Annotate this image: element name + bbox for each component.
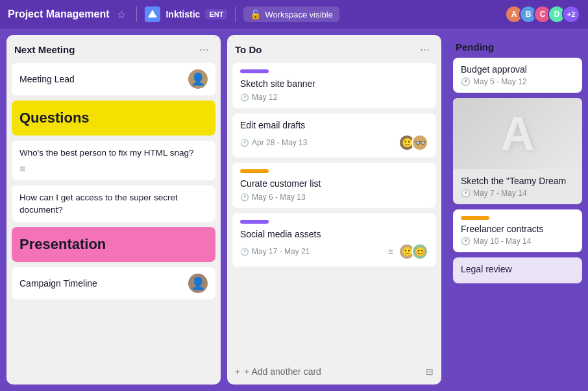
freelancer-contracts-title: Freelancer contracts <box>461 224 574 234</box>
budget-approval-title: Budget approval <box>461 64 574 75</box>
edit-email-footer: 🕐 Apr 28 - May 13 🙂 👓 <box>240 134 428 151</box>
workspace-logo <box>145 6 160 22</box>
template-icon: ⊟ <box>426 366 434 377</box>
social-media-date: 🕐 May 17 - May 21 <box>240 247 310 256</box>
topbar: Project Management ☆ Inktistic ENT 🔓 Wor… <box>0 0 588 29</box>
card-budget-approval[interactable]: Budget approval 🕐 May 5 - May 12 <box>453 58 582 93</box>
clock-icon-1: 🕐 <box>240 93 249 102</box>
add-card-label: + Add another card <box>244 366 321 377</box>
campaign-avatar: 👤 <box>188 274 208 293</box>
card-question-1[interactable]: Who's the best person to fix my HTML sna… <box>12 141 215 180</box>
card-meeting-lead[interactable]: Meeting Lead 👤 <box>12 63 215 95</box>
campaign-timeline-text: Campaign Timeline <box>19 278 97 289</box>
column-todo-header: To Do ··· <box>227 35 441 63</box>
card-question-2[interactable]: How can I get access to the super secret… <box>12 185 215 222</box>
column-todo: To Do ··· Sketch site banner 🕐 May 12 Ed… <box>227 35 441 385</box>
teamy-dream-title: Sketch the "Teamy Dream <box>461 176 574 186</box>
board: Next Meeting ··· Meeting Lead 👤 Question… <box>0 29 588 391</box>
workspace-badge: ENT <box>205 9 227 19</box>
tag-purple-2 <box>240 220 269 224</box>
app-title: Project Management <box>8 8 109 20</box>
curate-customer-date: 🕐 May 6 - May 13 <box>240 193 428 202</box>
freelancer-contracts-date: 🕐 May 10 - May 14 <box>461 237 574 246</box>
clock-icon-budget: 🕐 <box>461 77 471 86</box>
clock-icon-teamy: 🕐 <box>461 189 471 198</box>
column-todo-title: To Do <box>235 44 262 55</box>
teamy-dream-content: Sketch the "Teamy Dream 🕐 May 7 - May 14 <box>453 169 582 204</box>
divider2 <box>235 6 236 22</box>
card-presentation[interactable]: Presentation <box>12 227 215 262</box>
workspace-visible-label: Workspace visible <box>265 10 333 19</box>
card-questions[interactable]: Questions <box>12 101 215 136</box>
lines-icon-1: ≡ <box>19 163 208 175</box>
sketch-banner-date: 🕐 May 12 <box>240 93 428 102</box>
add-card-button[interactable]: + + Add another card ⊟ <box>232 361 436 382</box>
column-next-meeting-header: Next Meeting ··· <box>6 35 221 63</box>
avatar-social-2: 😊 <box>411 243 428 260</box>
teamy-dream-image: A <box>453 98 582 169</box>
column-next-meeting-body: Meeting Lead 👤 Questions Who's the best … <box>6 63 221 385</box>
clock-icon-4: 🕐 <box>240 248 249 256</box>
column-todo-body: Sketch site banner 🕐 May 12 Edit email d… <box>227 63 441 361</box>
budget-approval-date: 🕐 May 5 - May 12 <box>461 77 574 86</box>
column-pending-body: Budget approval 🕐 May 5 - May 12 A Sketc… <box>448 58 587 385</box>
divider <box>136 6 137 22</box>
legal-review-title: Legal review <box>461 264 574 274</box>
social-media-title: Social media assets <box>240 229 428 239</box>
curate-customer-title: Curate customer list <box>240 178 428 189</box>
tag-orange-1 <box>240 169 269 173</box>
column-next-meeting-title: Next Meeting <box>14 44 75 55</box>
clock-icon-freelancer: 🕐 <box>461 237 471 246</box>
question-2-text: How can I get access to the super secret… <box>19 192 208 217</box>
meeting-lead-text: Meeting Lead <box>19 74 75 84</box>
star-icon[interactable]: ☆ <box>114 6 129 23</box>
clock-icon-3: 🕐 <box>240 193 249 202</box>
question-1-text: Who's the best person to fix my HTML sna… <box>19 147 208 160</box>
edit-email-title: Edit email drafts <box>240 120 428 130</box>
presentation-label: Presentation <box>19 236 106 252</box>
social-media-footer: 🕐 May 17 - May 21 ≡ 🙂 😊 <box>240 243 428 260</box>
social-media-avatars: 🙂 😊 <box>398 243 428 260</box>
card-curate-customer[interactable]: Curate customer list 🕐 May 6 - May 13 <box>232 163 436 208</box>
column-next-meeting: Next Meeting ··· Meeting Lead 👤 Question… <box>6 35 221 385</box>
tag-orange-freelancer <box>461 216 489 220</box>
column-pending-header: Pending <box>448 35 587 58</box>
clock-icon-2: 🕐 <box>240 139 249 147</box>
workspace-name[interactable]: Inktistic <box>165 9 200 19</box>
avatar-more[interactable]: +2 <box>562 5 580 23</box>
edit-email-date: 🕐 Apr 28 - May 13 <box>240 138 307 147</box>
teamy-dream-letter: A <box>501 107 535 160</box>
collaborator-avatars: A B C D +2 <box>509 5 580 23</box>
card-freelancer-contracts[interactable]: Freelancer contracts 🕐 May 10 - May 14 <box>453 209 582 252</box>
add-card-left: + + Add another card <box>235 366 321 377</box>
column-pending-title: Pending <box>456 41 494 53</box>
card-social-media[interactable]: Social media assets 🕐 May 17 - May 21 ≡ … <box>232 213 436 267</box>
teamy-dream-date: 🕐 May 7 - May 14 <box>461 189 574 198</box>
sketch-banner-title: Sketch site banner <box>240 78 428 89</box>
card-teamy-dream[interactable]: A Sketch the "Teamy Dream 🕐 May 7 - May … <box>453 98 582 204</box>
edit-email-avatars: 🙂 👓 <box>398 134 428 151</box>
card-campaign-timeline[interactable]: Campaign Timeline 👤 <box>12 267 215 300</box>
card-legal-review[interactable]: Legal review <box>453 257 582 283</box>
column-pending: Pending Budget approval 🕐 May 5 - May 12… <box>448 35 587 385</box>
plus-icon: + <box>235 366 240 377</box>
column-todo-menu[interactable]: ··· <box>416 41 434 58</box>
workspace-visible-button[interactable]: 🔓 Workspace visible <box>243 6 339 22</box>
questions-label: Questions <box>19 110 90 126</box>
workspace-visible-icon: 🔓 <box>250 9 261 19</box>
svg-marker-0 <box>148 10 157 18</box>
lines-icon-social: ≡ <box>388 246 393 257</box>
avatar-edit-2: 👓 <box>411 134 428 151</box>
card-edit-email[interactable]: Edit email drafts 🕐 Apr 28 - May 13 🙂 👓 <box>232 113 436 158</box>
card-sketch-banner[interactable]: Sketch site banner 🕐 May 12 <box>232 63 436 108</box>
meeting-lead-avatar: 👤 <box>188 69 208 89</box>
tag-purple-1 <box>240 69 269 73</box>
column-next-meeting-menu[interactable]: ··· <box>195 41 213 58</box>
